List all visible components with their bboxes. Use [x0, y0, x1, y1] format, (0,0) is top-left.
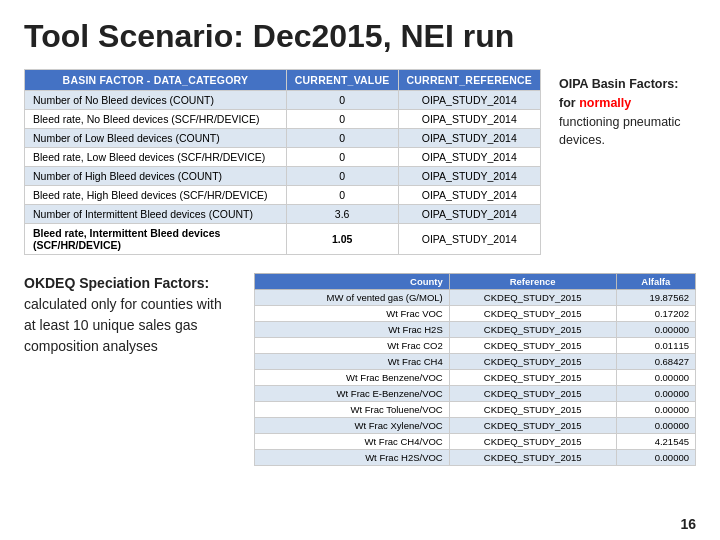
okdeq-box: OKDEQ Speciation Factors: calculated onl… — [24, 273, 234, 357]
table-row: Bleed rate, No Bleed devices (SCF/HR/DEV… — [25, 110, 287, 129]
list-item: CKDEQ_STUDY_2015 — [449, 322, 616, 338]
list-item: Wt Frac Xylene/VOC — [255, 418, 450, 434]
list-item: Wt Frac Toluene/VOC — [255, 402, 450, 418]
list-item: Wt Frac Benzene/VOC — [255, 370, 450, 386]
list-item: 0.00000 — [616, 322, 695, 338]
sidebar-suffix: functioning pneumatic devices. — [559, 115, 681, 148]
list-item: CKDEQ_STUDY_2015 — [449, 370, 616, 386]
list-item: Wt Frac CH4 — [255, 354, 450, 370]
table-row: OIPA_STUDY_2014 — [398, 167, 541, 186]
list-item: 0.01115 — [616, 338, 695, 354]
list-item: 0.00000 — [616, 386, 695, 402]
table-row: Number of Low Bleed devices (COUNT) — [25, 129, 287, 148]
table-row: 0 — [286, 91, 398, 110]
spec-col-county: County — [255, 274, 450, 290]
list-item: 19.87562 — [616, 290, 695, 306]
list-item: CKDEQ_STUDY_2015 — [449, 306, 616, 322]
list-item: 0.00000 — [616, 418, 695, 434]
okdeq-body: calculated only for counties with at lea… — [24, 296, 222, 354]
list-item: Wt Frac H2S — [255, 322, 450, 338]
table-row: 0 — [286, 129, 398, 148]
list-item: CKDEQ_STUDY_2015 — [449, 354, 616, 370]
list-item: CKDEQ_STUDY_2015 — [449, 386, 616, 402]
table-row: OIPA_STUDY_2014 — [398, 205, 541, 224]
list-item: Wt Frac CH4/VOC — [255, 434, 450, 450]
list-item: 0.68427 — [616, 354, 695, 370]
list-item: 0.00000 — [616, 450, 695, 466]
col-header-value: CURRENT_VALUE — [286, 70, 398, 91]
page: Tool Scenario: Dec2015, NEI run BASIN FA… — [0, 0, 720, 540]
list-item: MW of vented gas (G/MOL) — [255, 290, 450, 306]
list-item: Wt Frac VOC — [255, 306, 450, 322]
bottom-section: OKDEQ Speciation Factors: calculated onl… — [24, 273, 696, 466]
list-item: CKDEQ_STUDY_2015 — [449, 338, 616, 354]
speciation-table-wrap: County Reference Alfalfa MW of vented ga… — [254, 273, 696, 466]
table-row: OIPA_STUDY_2014 — [398, 110, 541, 129]
page-title: Tool Scenario: Dec2015, NEI run — [24, 18, 696, 55]
table-row: Bleed rate, Low Bleed devices (SCF/HR/DE… — [25, 148, 287, 167]
list-item: 0.00000 — [616, 370, 695, 386]
table-row: 0 — [286, 148, 398, 167]
list-item: 0.17202 — [616, 306, 695, 322]
list-item: 4.21545 — [616, 434, 695, 450]
table-row: 0 — [286, 110, 398, 129]
list-item: Wt Frac CO2 — [255, 338, 450, 354]
main-table: BASIN FACTOR - DATA_CATEGORY CURRENT_VAL… — [24, 69, 541, 255]
list-item: CKDEQ_STUDY_2015 — [449, 434, 616, 450]
table-row: 1.05 — [286, 224, 398, 255]
table-row: OIPA_STUDY_2014 — [398, 129, 541, 148]
okdeq-title: OKDEQ Speciation Factors: — [24, 275, 209, 291]
sidebar-box: OIPA Basin Factors: for normally functio… — [551, 69, 696, 156]
table-row: OIPA_STUDY_2014 — [398, 224, 541, 255]
spec-col-alfalfa: Alfalfa — [616, 274, 695, 290]
table-row: 0 — [286, 186, 398, 205]
table-row: Number of Intermittent Bleed devices (CO… — [25, 205, 287, 224]
spec-col-ref: Reference — [449, 274, 616, 290]
col-header-ref: CURRENT_REFERENCE — [398, 70, 541, 91]
spec-table: County Reference Alfalfa MW of vented ga… — [254, 273, 696, 466]
table-row: Bleed rate, Intermittent Bleed devices (… — [25, 224, 287, 255]
table-row: OIPA_STUDY_2014 — [398, 91, 541, 110]
list-item: CKDEQ_STUDY_2015 — [449, 450, 616, 466]
list-item: Wt Frac E-Benzene/VOC — [255, 386, 450, 402]
table-row: OIPA_STUDY_2014 — [398, 186, 541, 205]
list-item: CKDEQ_STUDY_2015 — [449, 290, 616, 306]
table-row: OIPA_STUDY_2014 — [398, 148, 541, 167]
table-row: 0 — [286, 167, 398, 186]
table-row: 3.6 — [286, 205, 398, 224]
page-number: 16 — [680, 516, 696, 532]
list-item: 0.00000 — [616, 402, 695, 418]
col-header-basin: BASIN FACTOR - DATA_CATEGORY — [25, 70, 287, 91]
table-row: Bleed rate, High Bleed devices (SCF/HR/D… — [25, 186, 287, 205]
list-item: Wt Frac H2S/VOC — [255, 450, 450, 466]
main-table-wrap: BASIN FACTOR - DATA_CATEGORY CURRENT_VAL… — [24, 69, 541, 255]
table-row: Number of No Bleed devices (COUNT) — [25, 91, 287, 110]
normally-text: normally — [579, 96, 631, 110]
list-item: CKDEQ_STUDY_2015 — [449, 402, 616, 418]
list-item: CKDEQ_STUDY_2015 — [449, 418, 616, 434]
top-section: BASIN FACTOR - DATA_CATEGORY CURRENT_VAL… — [24, 69, 696, 255]
table-row: Number of High Bleed devices (COUNT) — [25, 167, 287, 186]
